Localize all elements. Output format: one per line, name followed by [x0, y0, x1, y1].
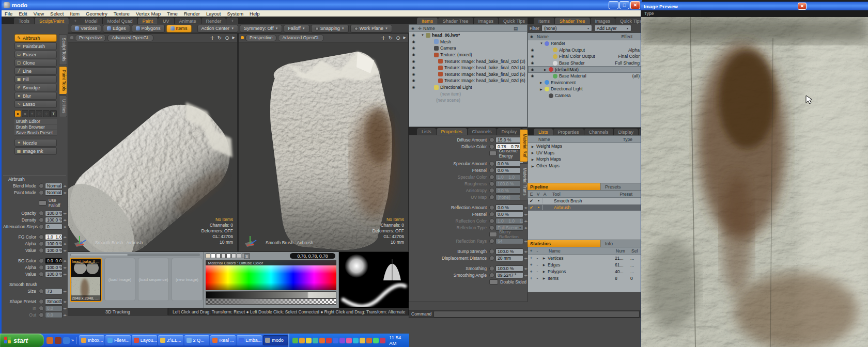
quick-launch-icon[interactable]	[63, 337, 70, 344]
viewport-menu-icon[interactable]: ▶	[404, 36, 406, 40]
toolbar-dropdown[interactable]: Action Center▼	[197, 25, 238, 33]
tip-option-button[interactable]: ✩	[36, 110, 42, 117]
task-button[interactable]: Real ...	[210, 335, 236, 345]
visibility-eye-icon[interactable]	[410, 40, 417, 44]
mini-knob-icon[interactable]	[489, 249, 494, 254]
tray-icon[interactable]	[313, 338, 318, 343]
item-row[interactable]: Directional Light	[409, 84, 527, 91]
zoom-icon[interactable]: ⊙	[396, 35, 400, 41]
tray-icon[interactable]	[306, 338, 312, 343]
item-row[interactable]: (new item)	[409, 90, 527, 97]
material-tab[interactable]: Material Ref	[520, 129, 528, 162]
shader-row[interactable]: ▶ (defaultMat)	[528, 66, 642, 73]
shading-button[interactable]: Advanced OpenGL	[107, 35, 153, 41]
property-value[interactable]: 0	[45, 224, 63, 230]
tool-button[interactable]: ╱ Line	[14, 67, 57, 75]
property-value[interactable]: 0.0	[45, 312, 63, 318]
checkbox[interactable]	[489, 279, 498, 285]
visibility-eye-icon[interactable]	[529, 74, 536, 78]
panel-tab[interactable]: Channels	[584, 129, 613, 135]
property-value[interactable]: 0.0 %	[495, 204, 523, 211]
tray-icon[interactable]	[339, 338, 345, 343]
tip-option-button[interactable]: ✦	[29, 110, 36, 117]
visibility-eye-icon[interactable]	[529, 68, 536, 72]
menu-item[interactable]: View	[30, 11, 47, 17]
item-row[interactable]: Mesh	[409, 39, 527, 45]
selection-mode-button[interactable]: Edges	[103, 25, 130, 33]
color-swatch[interactable]	[231, 254, 236, 258]
property-value[interactable]: 100.0 %	[45, 247, 63, 254]
viewport-indicator-icon[interactable]	[241, 36, 244, 39]
visibility-eye-icon[interactable]	[529, 61, 536, 65]
menu-item[interactable]: File	[2, 11, 16, 17]
panel-tab[interactable]: Shader Tree	[555, 18, 590, 24]
toolbar-dropdown[interactable]: Falloff▼	[284, 25, 309, 33]
mini-knob-icon[interactable]	[489, 137, 494, 143]
panel-tab[interactable]: Lists	[417, 128, 436, 135]
panel-tab[interactable]: Channels	[468, 128, 497, 135]
stepper-icon[interactable]: ◀▶	[524, 250, 527, 253]
checkbox[interactable]	[489, 151, 497, 156]
checkbox[interactable]	[489, 232, 497, 237]
panel-tab[interactable]: Items	[534, 18, 554, 24]
mini-knob-icon[interactable]	[39, 224, 44, 229]
thumb-scrollbar[interactable]	[70, 254, 200, 256]
menu-item[interactable]: Item	[67, 11, 83, 17]
color-swatch[interactable]	[211, 254, 215, 258]
rotate-icon[interactable]: ↻	[389, 35, 393, 41]
tray-icon[interactable]	[333, 338, 338, 343]
item-row[interactable]: Camera	[409, 45, 527, 52]
pipeline-title[interactable]: Pipeline	[528, 183, 600, 190]
add-layer-dropdown[interactable]: Add Layer	[594, 25, 631, 31]
stepper-icon[interactable]: ◀▶	[63, 184, 66, 187]
stepper-icon[interactable]: ◀▶	[63, 225, 66, 228]
property-value[interactable]: 100.0 %	[45, 271, 63, 277]
expand-arrow-icon[interactable]: ▶	[540, 81, 545, 84]
tray-icon[interactable]	[346, 338, 352, 343]
tray-icon[interactable]	[292, 338, 298, 343]
visibility-eye-icon[interactable]	[410, 78, 417, 83]
expand-arrow-icon[interactable]: ▶	[529, 164, 536, 168]
mini-knob-icon[interactable]	[39, 248, 44, 253]
panel-tab[interactable]: Properties	[553, 129, 584, 135]
property-value[interactable]: 100.0 %	[45, 264, 63, 271]
property-value[interactable]: 100.0 %	[45, 217, 63, 223]
mini-knob-icon[interactable]	[39, 211, 44, 216]
value-gradient-bar[interactable]	[206, 291, 337, 298]
item-row[interactable]: Texture: Image: head_bake_final_02d (5)	[409, 71, 527, 78]
map-list-row[interactable]: ▶ UV Maps	[528, 150, 642, 156]
shader-row[interactable]: Camera	[528, 92, 642, 99]
expand-arrow-icon[interactable]: ▼	[421, 34, 426, 37]
stepper-icon[interactable]: ◀▶	[63, 259, 66, 262]
preview-type-label[interactable]: Type	[641, 10, 701, 17]
property-value[interactable]: 100.0 %	[45, 210, 63, 216]
visibility-eye-icon[interactable]	[410, 46, 417, 50]
tool-button[interactable]: ▢ Clone	[14, 59, 57, 67]
shading-button[interactable]: Advanced OpenGL	[278, 35, 323, 41]
collapse-minus-icon[interactable]: -	[534, 262, 540, 267]
task-button[interactable]: J:\EL...	[158, 335, 183, 345]
mini-knob-icon[interactable]	[39, 306, 44, 311]
expand-arrow-icon[interactable]: ▶	[540, 263, 548, 266]
text-tip-button[interactable]: T	[50, 110, 57, 117]
tool-button[interactable]: ▣ Fill	[14, 75, 57, 83]
property-value[interactable]: Smooth	[45, 298, 63, 305]
expand-plus-icon[interactable]: +	[528, 256, 534, 261]
visibility-eye-icon[interactable]	[410, 33, 417, 37]
visibility-eye-icon[interactable]	[410, 59, 417, 64]
mini-knob-icon[interactable]	[489, 205, 494, 210]
sidebar-category-tab[interactable]: Paint Tools	[59, 66, 67, 94]
mini-knob-icon[interactable]	[489, 195, 494, 200]
mini-knob-icon[interactable]	[39, 289, 44, 294]
visibility-eye-icon[interactable]	[529, 48, 536, 52]
material-tab[interactable]: Material Trans	[520, 163, 528, 200]
panel-tab[interactable]: Lists	[534, 129, 553, 135]
color-swatch[interactable]	[216, 254, 221, 258]
expand-arrow-icon[interactable]: ▶	[540, 270, 548, 273]
property-value[interactable]: 100.0 %	[45, 241, 63, 247]
property-value[interactable]: 0.0	[45, 305, 63, 311]
panel-tab[interactable]: Display	[497, 128, 522, 135]
expand-arrow-icon[interactable]: ▶	[540, 276, 548, 280]
viewport-menu-icon[interactable]: ▶	[233, 36, 235, 40]
layout-tab[interactable]: Sculpt/Paint	[35, 18, 69, 24]
